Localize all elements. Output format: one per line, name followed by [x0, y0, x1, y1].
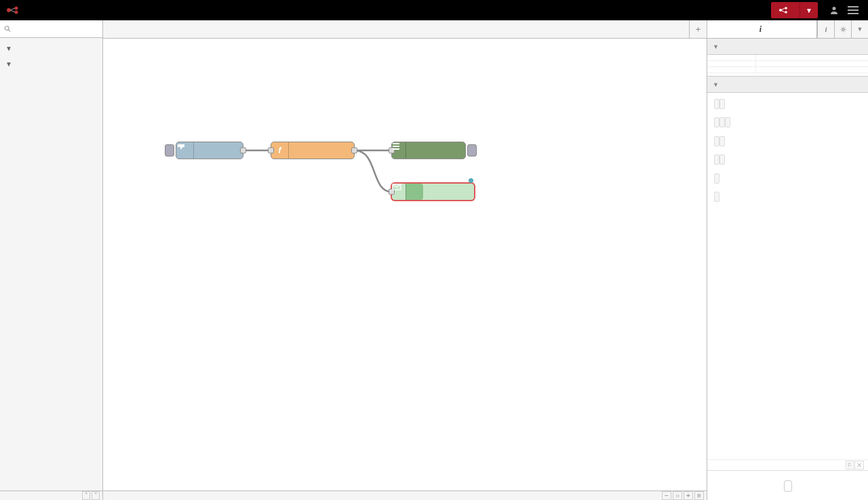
app-logo-icon	[5, 4, 24, 16]
deploy-button[interactable]: ▼	[771, 2, 818, 18]
sidebar-tab-info[interactable]: i	[707, 20, 817, 38]
hint-controls: ⎘✕	[707, 459, 868, 470]
flow-node-function[interactable]: f	[271, 142, 355, 159]
palette-collapse-icon[interactable]: ˄	[82, 491, 90, 500]
svg-rect-12	[393, 146, 399, 147]
view-list-icon[interactable]: ≡	[694, 491, 704, 500]
svg-point-2	[15, 11, 18, 14]
workspace: ＋ f	[103, 20, 707, 500]
node-changed-indicator	[469, 178, 473, 183]
sidebar-panel: i i ▼ ▼ ▼ ⎘✕	[707, 20, 868, 500]
palette-expand-icon[interactable]: ˅	[92, 491, 100, 500]
inject-icon	[176, 142, 194, 159]
menu-icon[interactable]	[844, 2, 863, 18]
hint-copy-icon[interactable]: ⎘	[846, 461, 854, 470]
palette-footer: ˄ ˅	[0, 491, 102, 500]
sidebar-debug-icon[interactable]	[834, 20, 851, 38]
search-icon	[4, 25, 11, 33]
flow-node-inject[interactable]	[176, 142, 243, 159]
sidebar-section-information[interactable]: ▼	[707, 39, 868, 55]
tab-add-button[interactable]: ＋	[689, 20, 707, 38]
node-port-out[interactable]	[240, 148, 246, 154]
app-header: ▼	[0, 0, 868, 20]
email-icon	[406, 184, 423, 200]
zoom-reset-icon[interactable]: ○	[673, 491, 682, 500]
hint-close-icon[interactable]: ✕	[854, 461, 864, 470]
info-table	[707, 55, 868, 73]
svg-point-1	[15, 7, 18, 10]
flow-canvas[interactable]: f	[103, 39, 707, 491]
info-row-node	[707, 55, 868, 61]
svg-point-6	[833, 7, 836, 10]
node-help-body[interactable]	[707, 93, 868, 459]
deploy-icon	[778, 6, 789, 14]
svg-rect-7	[848, 6, 859, 7]
zoom-out-icon[interactable]: −	[662, 491, 671, 500]
sidebar-section-nodehelp[interactable]: ▼	[707, 77, 868, 93]
info-icon: i	[760, 24, 762, 35]
sidebar-tabs: i i ▼	[707, 20, 868, 39]
palette-body[interactable]: ▼ ▼	[0, 38, 102, 491]
inject-button[interactable]	[165, 144, 174, 157]
hint-text	[707, 470, 868, 500]
svg-rect-8	[848, 9, 859, 11]
flow-node-email[interactable]	[391, 183, 475, 201]
node-port-out[interactable]	[351, 148, 357, 154]
deploy-caret-icon[interactable]: ▼	[800, 7, 818, 14]
zoom-in-icon[interactable]: +	[684, 491, 693, 500]
sidebar-caret-icon[interactable]: ▼	[851, 20, 868, 38]
palette-panel: ▼ ▼ ˄ ˅	[0, 20, 103, 500]
svg-rect-11	[393, 143, 399, 144]
user-icon[interactable]	[825, 2, 844, 18]
palette-category-storage[interactable]: ▼	[4, 56, 98, 72]
info-row-type	[707, 67, 868, 73]
palette-category-social[interactable]: ▼	[4, 41, 98, 56]
palette-search-input[interactable]	[14, 24, 98, 34]
debug-toggle[interactable]	[467, 144, 477, 157]
sidebar-info-icon[interactable]: i	[817, 20, 834, 38]
debug-icon	[406, 142, 423, 159]
palette-search[interactable]	[0, 20, 102, 38]
svg-point-10	[5, 26, 9, 30]
svg-point-4	[785, 7, 787, 9]
info-row-name	[707, 61, 868, 67]
workspace-tabs: ＋	[103, 20, 707, 39]
svg-point-5	[785, 11, 787, 14]
flow-node-debug[interactable]	[391, 142, 466, 159]
svg-rect-13	[393, 148, 399, 150]
svg-rect-9	[848, 13, 859, 14]
enter-key-icon	[784, 480, 792, 492]
node-port-in[interactable]	[268, 148, 274, 154]
workspace-footer: − ○ + ≡	[103, 491, 707, 500]
